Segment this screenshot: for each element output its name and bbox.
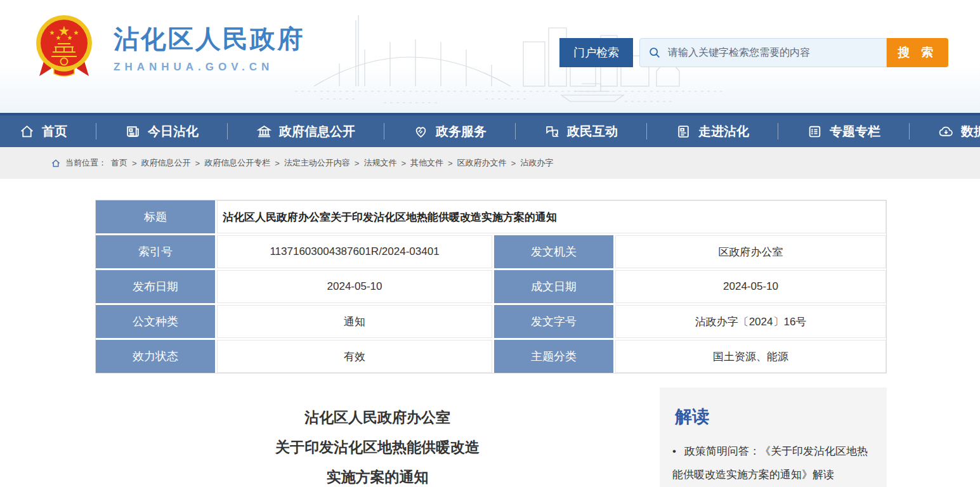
breadcrumb-link[interactable]: 法规文件: [363, 157, 396, 169]
site-title: 沾化区人民政府: [114, 22, 304, 56]
interpretation-item[interactable]: 政策简明问答：《关于印发沾化区地热能供暖改造实施方案的通知》解读: [672, 439, 874, 486]
site-header: ★ ★ ★ ★ ★ 沾化区人民政府 ZHANHUA.GOV.CN 门户检索 搜: [0, 0, 980, 113]
search-icon: [648, 46, 662, 60]
svg-text:★: ★: [56, 34, 62, 41]
site-brand: ★ ★ ★ ★ ★ 沾化区人民政府 ZHANHUA.GOV.CN: [35, 14, 304, 81]
breadcrumb: 当前位置： 首页 > 政府信息公开 > 政府信息公开专栏 > 法定主动公开内容 …: [0, 147, 980, 179]
bank-icon: [256, 124, 272, 140]
nav-label: 专题专栏: [830, 123, 880, 140]
search-box: [639, 38, 887, 67]
interpretation-panel: 解读 政策简明问答：《关于印发沾化区地热能供暖改造实施方案的通知》解读: [660, 387, 887, 487]
nav-item-about-zhanhua[interactable]: 走进沾化: [676, 123, 749, 140]
document-title: 沾化区人民政府办公室 关于印发沾化区地热能供暖改造 实施方案的通知: [95, 387, 660, 487]
nav-item-special-columns[interactable]: 专题专栏: [807, 123, 880, 140]
site-domain: ZHANHUA.GOV.CN: [114, 61, 304, 74]
table-label-cell: 主题分类: [494, 340, 613, 373]
table-label-cell: 索引号: [96, 235, 215, 268]
document-title-line: 沾化区人民政府办公室: [95, 403, 660, 432]
home-icon: [19, 124, 35, 140]
nav-item-open-data[interactable]: 数据开放: [938, 123, 980, 140]
table-label-cell: 发文字号: [494, 305, 613, 338]
nav-separator: [227, 123, 228, 140]
chat-bubbles-icon: [544, 124, 560, 140]
svg-text:★: ★: [74, 29, 79, 36]
breadcrumb-separator: >: [195, 159, 200, 168]
svg-text:★: ★: [67, 34, 73, 41]
nav-item-home[interactable]: 首页: [19, 123, 67, 140]
table-value-cell: 11371603004387601R/2024-03401: [217, 235, 492, 268]
nav-label: 政务服务: [436, 123, 487, 140]
breadcrumb-label: 当前位置：: [65, 157, 107, 169]
breadcrumb-link[interactable]: 首页: [111, 157, 127, 169]
table-label-cell: 发文机关: [494, 235, 613, 268]
nav-item-gov-info-disclosure[interactable]: 政府信息公开: [256, 123, 355, 140]
nav-separator: [778, 123, 778, 140]
breadcrumb-link[interactable]: 法定主动公开内容: [284, 157, 350, 169]
table-value-cell: 区政府办公室: [615, 235, 886, 268]
nav-item-today-zhanhua[interactable]: 今日沾化: [125, 123, 199, 140]
nav-label: 走进沾化: [698, 123, 749, 140]
cloud-download-icon: [938, 124, 954, 140]
breadcrumb-separator: >: [448, 159, 453, 168]
breadcrumb-separator: >: [355, 159, 360, 168]
table-label-cell: 公文种类: [96, 305, 215, 338]
nav-separator: [515, 123, 516, 140]
nav-separator: [909, 123, 910, 140]
search-area: 门户检索 搜 索: [559, 38, 948, 67]
breadcrumb-home-icon: [51, 159, 61, 168]
table-label-cell: 成文日期: [494, 270, 613, 303]
nav-separator: [646, 123, 647, 140]
table-label-cell: 发布日期: [96, 270, 215, 303]
nav-label: 今日沾化: [148, 123, 199, 140]
search-submit-button[interactable]: 搜 索: [887, 38, 948, 67]
interpretation-heading: 解读: [675, 405, 874, 428]
search-input[interactable]: [668, 47, 879, 58]
nav-separator: [96, 123, 96, 140]
nav-separator: [384, 123, 384, 140]
nav-label: 政民互动: [567, 123, 618, 140]
heart-hands-icon: [413, 124, 429, 140]
table-value-cell: 有效: [217, 340, 492, 373]
document-icon: [676, 124, 691, 140]
nav-label: 政府信息公开: [279, 123, 355, 140]
table-value-title: 沾化区人民政府办公室关于印发沾化区地热能供暖改造实施方案的通知: [217, 200, 886, 233]
table-label-cell: 标题: [96, 200, 215, 233]
table-value-cell: 通知: [217, 305, 492, 338]
breadcrumb-separator: >: [401, 159, 406, 168]
document-title-line: 实施方案的通知: [95, 462, 660, 487]
breadcrumb-separator: >: [132, 159, 137, 168]
breadcrumb-link[interactable]: 政府信息公开专栏: [204, 157, 270, 169]
list-icon: [807, 124, 823, 140]
table-value-cell: 2024-05-10: [615, 270, 886, 303]
breadcrumb-link[interactable]: 其他文件: [410, 157, 443, 169]
nav-item-gov-services[interactable]: 政务服务: [413, 123, 487, 140]
nav-label: 首页: [42, 123, 67, 140]
newspaper-icon: [125, 124, 141, 140]
table-label-cell: 效力状态: [96, 340, 215, 373]
national-emblem-logo: ★ ★ ★ ★ ★: [35, 14, 93, 81]
breadcrumb-link[interactable]: 沾政办字: [520, 157, 553, 169]
nav-item-public-interaction[interactable]: 政民互动: [544, 123, 618, 140]
portal-search-button[interactable]: 门户检索: [559, 38, 633, 67]
breadcrumb-link[interactable]: 政府信息公开: [141, 157, 191, 169]
main-nav: 首页 今日沾化 政府信息公开 政务服务: [0, 113, 980, 147]
svg-text:★: ★: [49, 29, 55, 36]
breadcrumb-separator: >: [275, 159, 280, 168]
table-value-cell: 沾政办字〔2024〕16号: [615, 305, 886, 338]
breadcrumb-separator: >: [511, 159, 516, 168]
document-title-line: 关于印发沾化区地热能供暖改造: [95, 432, 660, 462]
nav-label: 数据开放: [961, 123, 980, 140]
table-value-cell: 2024-05-10: [217, 270, 492, 303]
breadcrumb-link[interactable]: 区政府办文件: [457, 157, 507, 169]
doc-info-table: 标题 沾化区人民政府办公室关于印发沾化区地热能供暖改造实施方案的通知 索引号 1…: [95, 200, 887, 373]
table-value-cell: 国土资源、能源: [615, 340, 886, 373]
content-body: 沾化区人民政府办公室 关于印发沾化区地热能供暖改造 实施方案的通知 解读 政策简…: [95, 387, 887, 487]
